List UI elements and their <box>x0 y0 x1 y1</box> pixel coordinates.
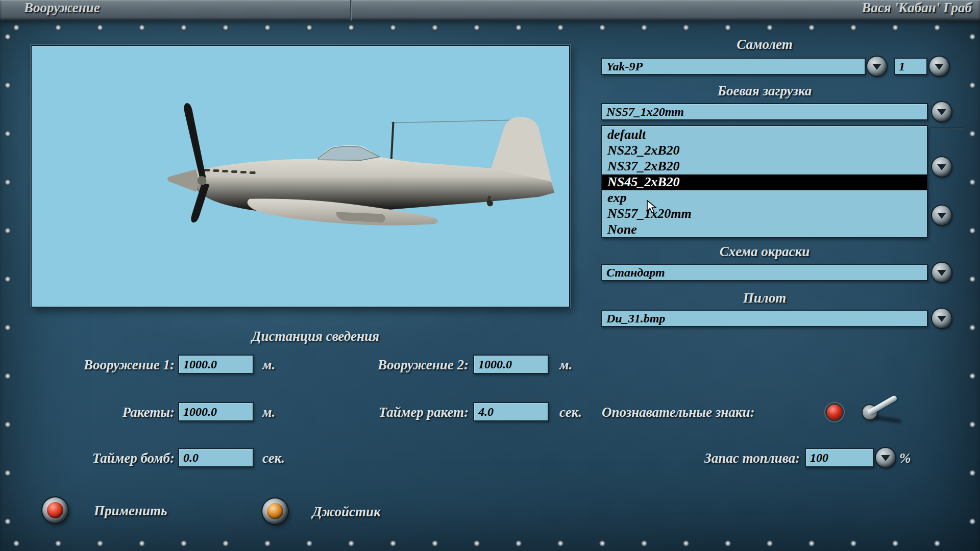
aircraft-label: Самолет <box>601 37 928 53</box>
aircraft-count-arrow-icon[interactable] <box>929 57 949 76</box>
armament-screen: Вооружение Вася 'Кабан' Граб <box>0 0 980 551</box>
bomb-timer-label: Таймер бомб: <box>49 450 175 466</box>
markings-toggle[interactable] <box>817 395 916 434</box>
pilot-select[interactable]: Du_31.bmp <box>601 310 928 327</box>
aircraft-preview <box>31 45 570 308</box>
paint-scheme-label: Схема окраски <box>601 244 928 260</box>
fuel-stepper-arrow-icon[interactable] <box>876 448 895 467</box>
aircraft-count-field[interactable]: 1 <box>894 58 927 75</box>
paint-scheme-select[interactable]: Стандарт <box>601 264 928 281</box>
list-arrow-button-2-icon[interactable] <box>932 206 951 225</box>
loadout-option[interactable]: NS37_2xB20 <box>602 159 927 174</box>
bomb-timer-unit: сек. <box>262 450 285 466</box>
paint-scheme-arrow-icon[interactable] <box>932 263 951 282</box>
loadout-label: Боевая загрузка <box>601 83 928 99</box>
loadout-select[interactable]: NS57_1x20mm <box>601 103 928 120</box>
panel-divider <box>931 128 964 129</box>
title-bar-seam <box>350 0 352 20</box>
mouse-cursor <box>646 200 658 214</box>
joystick-button[interactable] <box>262 498 288 524</box>
weapon2-input[interactable] <box>473 355 549 374</box>
markings-label: Опознавательные знаки: <box>602 405 754 420</box>
rocket-timer-unit: сек. <box>559 405 582 420</box>
title-bar: Вооружение Вася 'Кабан' Граб <box>0 0 980 20</box>
fuel-unit: % <box>899 450 911 466</box>
rivet-strip-bottom <box>12 539 968 547</box>
rockets-label: Ракеты: <box>49 405 175 420</box>
fuel-label: Запас топлива: <box>674 450 800 466</box>
screen-title: Вооружение <box>24 0 100 16</box>
rivet-strip-right <box>968 33 976 538</box>
main-panel: Самолет Yak-9P 1 Боевая загрузка NS57_1x… <box>0 20 980 551</box>
rivet-strip-top <box>12 23 968 32</box>
loadout-option[interactable]: None <box>602 222 927 238</box>
aircraft-select-arrow-icon[interactable] <box>867 57 887 76</box>
rivet-strip-left <box>4 33 12 538</box>
joystick-label[interactable]: Джойстик <box>312 504 381 520</box>
list-arrow-button-1-icon[interactable] <box>932 157 951 177</box>
player-name: Вася 'Кабан' Граб <box>862 0 972 16</box>
loadout-listbox: default NS23_2xB20 NS37_2xB20 NS45_2xB20… <box>601 125 928 238</box>
loadout-option[interactable]: NS23_2xB20 <box>602 143 927 159</box>
aircraft-image <box>32 46 569 307</box>
weapon1-input[interactable] <box>178 355 254 374</box>
loadout-option[interactable]: default <box>602 127 927 143</box>
loadout-option-selected[interactable]: NS45_2xB20 <box>602 174 927 190</box>
pilot-select-arrow-icon[interactable] <box>932 309 951 328</box>
rockets-unit: м. <box>262 405 275 420</box>
convergence-heading: Дистанция сведения <box>162 329 469 344</box>
pilot-label: Пилот <box>601 290 928 306</box>
apply-button[interactable] <box>42 497 68 523</box>
weapon1-label: Вооружение 1: <box>49 357 175 373</box>
indicator-lamp-icon <box>827 405 842 420</box>
rocket-timer-input[interactable] <box>473 402 549 421</box>
loadout-select-arrow-icon[interactable] <box>932 102 951 121</box>
weapon1-unit: м. <box>262 357 275 373</box>
aircraft-select[interactable]: Yak-9P <box>601 58 866 75</box>
weapon2-label: Вооружение 2: <box>347 357 469 373</box>
fuel-input[interactable] <box>805 448 874 467</box>
apply-label[interactable]: Применить <box>94 503 167 519</box>
rocket-timer-label: Таймер ракет: <box>347 405 469 420</box>
weapon2-unit: м. <box>559 357 572 373</box>
bomb-timer-input[interactable] <box>178 448 254 467</box>
rockets-input[interactable] <box>178 402 254 421</box>
